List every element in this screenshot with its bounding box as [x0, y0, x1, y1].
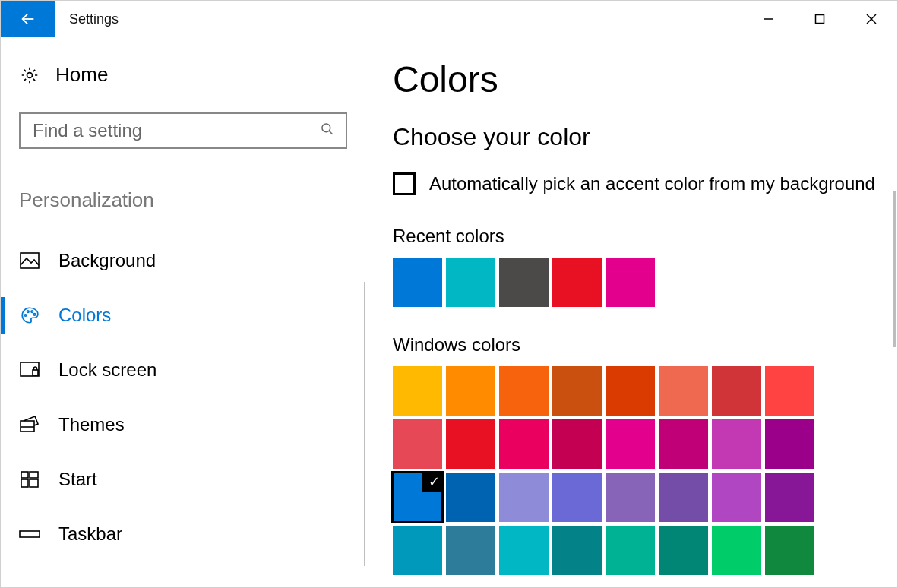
windows-color-swatch[interactable] — [712, 473, 761, 522]
windows-color-swatch[interactable] — [499, 473, 549, 522]
windows-colors-grid: ✓ — [393, 366, 818, 575]
windows-color-swatch[interactable] — [446, 366, 495, 416]
maximize-icon — [814, 14, 825, 24]
start-icon — [19, 471, 40, 488]
windows-color-swatch[interactable] — [446, 419, 495, 469]
maximize-button[interactable] — [794, 1, 846, 37]
section-label: Personalization — [19, 188, 365, 212]
windows-color-swatch[interactable] — [659, 419, 708, 469]
windows-color-swatch[interactable] — [606, 419, 655, 469]
minimize-button[interactable] — [742, 1, 794, 37]
taskbar-icon — [19, 528, 40, 540]
scrollbar[interactable] — [893, 191, 896, 347]
svg-rect-17 — [21, 472, 28, 478]
svg-rect-2 — [816, 15, 824, 24]
sidebar-item-colors[interactable]: Colors — [1, 288, 365, 343]
close-button[interactable] — [846, 1, 897, 37]
windows-color-swatch[interactable] — [393, 419, 442, 469]
windows-color-swatch[interactable] — [393, 526, 442, 575]
windows-color-swatch[interactable] — [606, 366, 655, 416]
svg-rect-18 — [30, 472, 38, 478]
search-box[interactable] — [19, 112, 347, 149]
windows-color-swatch[interactable] — [446, 526, 495, 575]
recent-color-swatch[interactable] — [606, 258, 655, 307]
recent-color-swatch[interactable] — [499, 258, 549, 307]
windows-color-swatch[interactable] — [659, 526, 708, 575]
windows-color-swatch[interactable] — [606, 526, 655, 575]
windows-color-swatch[interactable] — [499, 526, 549, 575]
recent-colors-label: Recent colors — [393, 226, 897, 247]
recent-color-swatch[interactable] — [552, 258, 602, 307]
title-bar: Settings — [1, 1, 897, 37]
windows-color-swatch[interactable] — [712, 366, 761, 416]
close-icon — [866, 14, 877, 24]
lock-screen-icon — [19, 362, 40, 378]
windows-color-swatch[interactable] — [659, 366, 708, 416]
windows-color-swatch[interactable] — [712, 526, 761, 575]
auto-pick-label: Automatically pick an accent color from … — [429, 173, 875, 194]
search-input[interactable] — [31, 119, 320, 142]
svg-rect-13 — [21, 362, 39, 376]
checkmark-icon: ✓ — [428, 473, 440, 490]
svg-rect-19 — [21, 479, 28, 487]
windows-color-swatch[interactable] — [552, 419, 602, 469]
recent-colors-grid — [393, 258, 818, 307]
svg-rect-14 — [33, 370, 38, 375]
svg-point-11 — [31, 311, 33, 312]
windows-color-swatch[interactable] — [712, 419, 761, 469]
windows-color-swatch[interactable] — [552, 366, 602, 416]
themes-icon — [19, 416, 40, 434]
windows-color-swatch[interactable] — [606, 473, 655, 522]
minimize-icon — [763, 14, 773, 24]
sidebar-item-lock-screen[interactable]: Lock screen — [1, 343, 365, 397]
main-panel: Colors Choose your color Automatically p… — [365, 37, 897, 587]
svg-rect-15 — [21, 421, 34, 432]
windows-color-swatch[interactable] — [446, 473, 495, 522]
auto-pick-checkbox[interactable] — [393, 172, 416, 195]
page-subtitle: Choose your color — [393, 123, 897, 151]
sidebar: Home Personalization BackgroundColorsLoc… — [1, 37, 365, 587]
page-title: Colors — [393, 58, 897, 100]
windows-color-swatch[interactable] — [499, 366, 549, 416]
windows-color-swatch[interactable] — [499, 419, 549, 469]
gear-icon — [19, 65, 40, 85]
back-button[interactable] — [1, 1, 55, 37]
svg-point-10 — [27, 311, 29, 312]
sidebar-item-background[interactable]: Background — [1, 233, 365, 288]
windows-color-swatch[interactable] — [552, 526, 602, 575]
svg-point-5 — [27, 72, 33, 77]
svg-point-12 — [33, 314, 35, 315]
windows-color-swatch[interactable] — [765, 419, 814, 469]
window-title: Settings — [55, 1, 119, 37]
svg-point-9 — [24, 315, 26, 316]
sidebar-item-label: Start — [58, 469, 97, 490]
search-icon — [320, 122, 335, 140]
sidebar-item-taskbar[interactable]: Taskbar — [1, 507, 365, 561]
background-icon — [19, 252, 40, 269]
recent-color-swatch[interactable] — [446, 258, 495, 307]
sidebar-item-label: Background — [58, 250, 156, 271]
svg-rect-20 — [30, 479, 38, 487]
windows-color-swatch[interactable] — [393, 366, 442, 416]
svg-point-6 — [322, 124, 330, 132]
home-link[interactable]: Home — [19, 63, 365, 87]
recent-color-swatch[interactable] — [393, 258, 442, 307]
windows-color-swatch[interactable] — [765, 366, 814, 416]
sidebar-item-label: Lock screen — [58, 359, 157, 381]
sidebar-item-label: Taskbar — [58, 523, 122, 545]
colors-icon — [19, 305, 40, 325]
windows-color-swatch[interactable] — [659, 473, 708, 522]
windows-color-swatch[interactable] — [765, 526, 814, 575]
sidebar-item-label: Colors — [58, 305, 111, 326]
sidebar-item-themes[interactable]: Themes — [1, 397, 365, 452]
svg-rect-21 — [20, 531, 40, 537]
windows-color-swatch[interactable] — [552, 473, 602, 522]
arrow-left-icon — [20, 11, 36, 27]
sidebar-item-start[interactable]: Start — [1, 452, 365, 507]
windows-color-swatch[interactable]: ✓ — [393, 473, 442, 522]
sidebar-item-label: Themes — [58, 414, 125, 435]
windows-color-swatch[interactable] — [765, 473, 814, 522]
window-controls — [742, 1, 897, 37]
home-label: Home — [55, 63, 108, 87]
auto-pick-checkbox-row[interactable]: Automatically pick an accent color from … — [393, 172, 897, 195]
